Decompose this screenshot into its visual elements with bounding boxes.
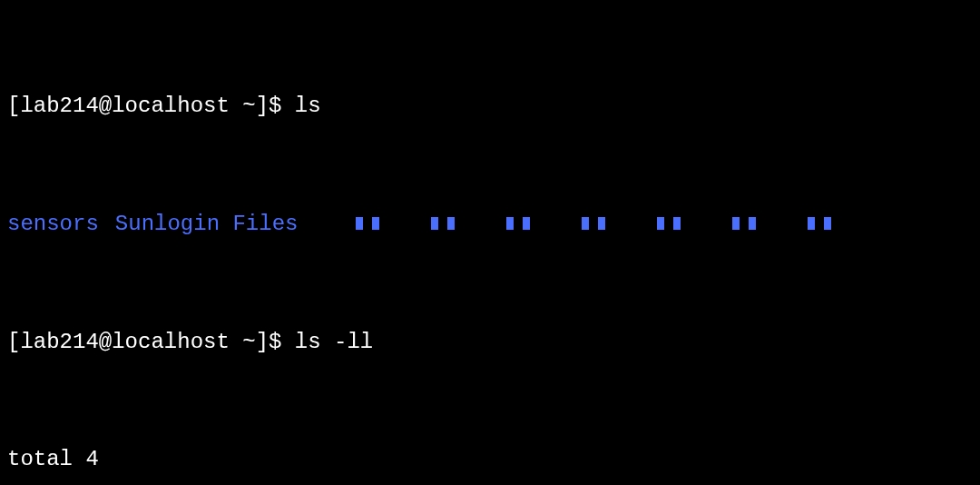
unreadable-glyph-icon	[431, 210, 464, 239]
ls-unknown-entries	[314, 212, 841, 236]
shell-prompt: [lab214@localhost ~]$	[7, 330, 281, 354]
ls-total-line: total 4	[7, 445, 973, 474]
ls-entry: Sunlogin Files	[115, 212, 299, 236]
ls-entry: sensors	[7, 212, 99, 236]
unreadable-glyph-icon	[732, 210, 765, 239]
command-lsll: ls -ll	[295, 330, 373, 354]
terminal[interactable]: [lab214@localhost ~]$ ls sensorsSunlogin…	[0, 0, 980, 485]
unreadable-glyph-icon	[506, 210, 539, 239]
prompt-line-ls: [lab214@localhost ~]$ ls	[7, 92, 973, 121]
unreadable-glyph-icon	[657, 210, 690, 239]
prompt-line-lsll: [lab214@localhost ~]$ ls -ll	[7, 328, 973, 357]
unreadable-glyph-icon	[356, 210, 388, 239]
command-ls: ls	[295, 94, 321, 118]
unreadable-glyph-icon	[808, 210, 840, 239]
ls-output-short: sensorsSunlogin Files	[7, 210, 973, 240]
shell-prompt: [lab214@localhost ~]$	[7, 94, 281, 118]
unreadable-glyph-icon	[582, 210, 614, 239]
